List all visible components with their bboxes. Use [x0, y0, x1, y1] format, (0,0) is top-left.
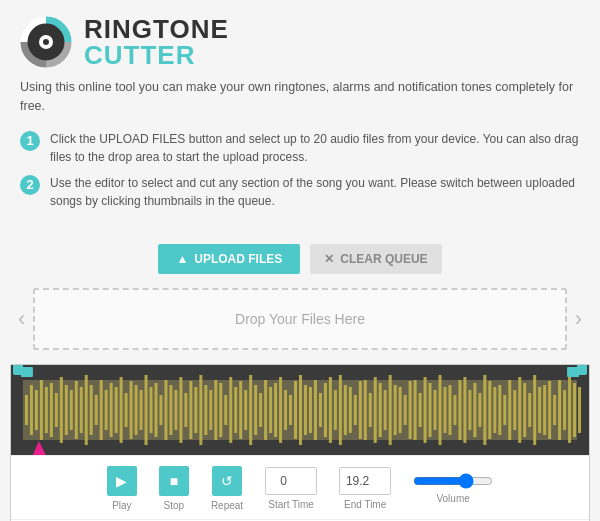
- svg-rect-71: [349, 387, 352, 433]
- waveform-svg: [11, 365, 589, 455]
- svg-rect-76: [374, 377, 377, 443]
- svg-rect-48: [234, 387, 237, 433]
- svg-rect-82: [404, 395, 407, 425]
- stop-button[interactable]: ■: [159, 466, 189, 496]
- svg-rect-22: [105, 390, 108, 430]
- svg-rect-112: [553, 395, 556, 425]
- svg-rect-85: [419, 393, 422, 427]
- clear-queue-button[interactable]: ✕ CLEAR QUEUE: [310, 244, 441, 274]
- svg-rect-83: [409, 381, 412, 439]
- svg-rect-102: [503, 395, 506, 425]
- play-label: Play: [112, 500, 131, 511]
- action-buttons: ▲ UPLOAD FILES ✕ CLEAR QUEUE: [0, 232, 600, 288]
- svg-rect-53: [259, 393, 262, 427]
- svg-rect-10: [45, 387, 48, 433]
- svg-rect-12: [55, 393, 58, 427]
- svg-rect-62: [304, 385, 307, 435]
- svg-rect-72: [354, 395, 357, 425]
- svg-rect-79: [389, 375, 392, 445]
- controls: ▶ Play ■ Stop ↺ Repeat Start Time End Ti…: [11, 455, 589, 519]
- svg-rect-19: [90, 385, 93, 435]
- svg-rect-97: [478, 393, 481, 427]
- svg-rect-21: [100, 380, 103, 440]
- clear-icon: ✕: [324, 252, 334, 266]
- step-number-2: 2: [20, 175, 40, 195]
- svg-rect-59: [289, 395, 292, 425]
- svg-point-2: [43, 39, 49, 45]
- svg-rect-65: [319, 393, 322, 427]
- header: RINGTONE CUTTER: [0, 0, 600, 78]
- svg-rect-111: [548, 381, 551, 439]
- svg-rect-18: [85, 375, 88, 445]
- svg-rect-88: [434, 390, 437, 430]
- svg-rect-106: [523, 383, 526, 437]
- logo-ringtone: RINGTONE: [84, 16, 229, 42]
- end-time-label: End Time: [344, 499, 386, 510]
- step-text-1: Click the UPLOAD FILES button and select…: [50, 130, 580, 166]
- svg-rect-108: [533, 375, 536, 445]
- svg-rect-20: [95, 395, 98, 425]
- description: Using this online tool you can make your…: [0, 78, 600, 126]
- svg-rect-49: [239, 381, 242, 439]
- svg-rect-94: [463, 377, 466, 443]
- volume-label: Volume: [436, 493, 469, 504]
- svg-rect-15: [70, 390, 73, 430]
- svg-rect-113: [558, 380, 561, 440]
- svg-rect-52: [254, 385, 257, 435]
- svg-rect-16: [75, 381, 78, 439]
- svg-rect-38: [184, 393, 187, 427]
- svg-rect-46: [224, 395, 227, 425]
- svg-rect-11: [50, 383, 53, 437]
- svg-rect-7: [30, 385, 33, 435]
- repeat-button[interactable]: ↺: [212, 466, 242, 496]
- svg-rect-77: [379, 383, 382, 437]
- svg-rect-115: [568, 377, 571, 443]
- svg-rect-81: [399, 387, 402, 433]
- svg-rect-105: [518, 377, 521, 443]
- handle-right[interactable]: [577, 365, 587, 375]
- drop-zone[interactable]: Drop Your Files Here: [33, 288, 566, 350]
- prev-arrow[interactable]: ‹: [10, 306, 33, 332]
- svg-rect-61: [299, 375, 302, 445]
- repeat-label: Repeat: [211, 500, 243, 511]
- waveform-area[interactable]: [11, 365, 589, 455]
- svg-rect-6: [25, 395, 28, 425]
- logo-cutter: CUTTER: [84, 42, 229, 68]
- svg-rect-24: [115, 387, 118, 433]
- svg-rect-47: [229, 377, 232, 443]
- step-1: 1 Click the UPLOAD FILES button and sele…: [20, 130, 580, 166]
- svg-rect-9: [40, 380, 43, 440]
- svg-rect-58: [284, 390, 287, 430]
- handle-left[interactable]: [13, 365, 23, 375]
- upload-icon: ▲: [176, 252, 188, 266]
- end-time-input[interactable]: [339, 467, 391, 495]
- svg-rect-116: [573, 383, 576, 437]
- svg-rect-35: [169, 385, 172, 435]
- start-time-input[interactable]: [265, 467, 317, 495]
- logo-text: RINGTONE CUTTER: [84, 16, 229, 68]
- svg-rect-70: [344, 385, 347, 435]
- waveform-editor: ▶ Play ■ Stop ↺ Repeat Start Time End Ti…: [10, 364, 590, 522]
- volume-group: Volume: [413, 473, 493, 504]
- svg-rect-89: [439, 375, 442, 445]
- play-button[interactable]: ▶: [107, 466, 137, 496]
- svg-rect-50: [244, 390, 247, 430]
- svg-rect-37: [179, 377, 182, 443]
- svg-rect-86: [424, 377, 427, 443]
- svg-rect-99: [488, 381, 491, 439]
- svg-rect-36: [174, 390, 177, 430]
- svg-rect-95: [468, 390, 471, 430]
- svg-rect-63: [309, 387, 312, 433]
- step-text-2: Use the editor to select and cut any sec…: [50, 174, 580, 210]
- svg-rect-43: [209, 390, 212, 430]
- svg-rect-109: [538, 387, 541, 433]
- svg-rect-91: [448, 385, 451, 435]
- svg-rect-28: [135, 385, 138, 435]
- next-arrow[interactable]: ›: [567, 306, 590, 332]
- svg-rect-55: [269, 387, 272, 433]
- upload-button[interactable]: ▲ UPLOAD FILES: [158, 244, 300, 274]
- volume-slider[interactable]: [413, 473, 493, 489]
- svg-rect-42: [204, 385, 207, 435]
- svg-rect-34: [164, 380, 167, 440]
- drop-zone-container: ‹ Drop Your Files Here ›: [0, 288, 600, 350]
